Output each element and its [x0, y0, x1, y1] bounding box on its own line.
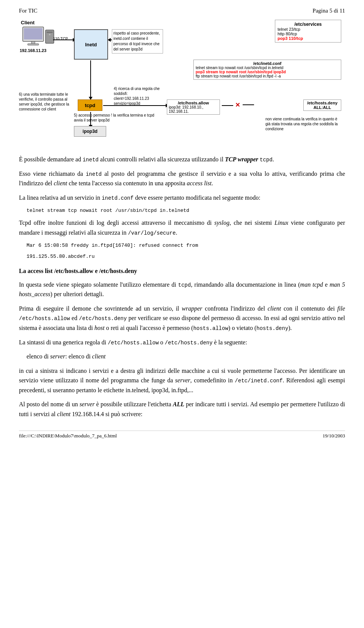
linux-italic: Linux [275, 219, 288, 226]
footer-right: 19/10/2003 [323, 433, 345, 439]
code-block-1: telnet stream tcp nowait root /usr/sbin/… [27, 207, 345, 215]
client-italic-2: client [268, 305, 281, 312]
man-tcpd-italic: man tcpd [300, 281, 323, 288]
code-hostsallow2: hosts.allow [193, 325, 228, 331]
page-header: For TIC Pagina 5 di 11 [19, 8, 345, 14]
code-hostsdeny2: hosts.deny [256, 325, 288, 331]
host-italic: host [94, 325, 105, 331]
rispetto-box: rispetto al caso precedente, inetd.conf … [112, 29, 163, 54]
hosts-allow-title: /etc/hosts.allow [169, 101, 218, 105]
x-mark: ✕ [233, 101, 242, 109]
all-italic: ALL [173, 401, 184, 407]
code-inetd-conf: inetd.conf [102, 195, 133, 201]
paragraph-2: Esso viene richiamato da inetd al posto … [19, 169, 345, 188]
code-block-2: Mar 6 15:08:58 freddy in.ftpd[16740]: re… [27, 242, 345, 250]
svg-rect-1 [24, 28, 42, 39]
paragraph-8: in cui a sinistra si indicano i servizi … [19, 366, 345, 395]
hosts-deny-title: /etc/hosts.deny [305, 101, 339, 105]
hosts-allow-line: ipop3d: 192.168.10., 192.168.11. [169, 105, 218, 114]
inetd-box: Inetd [74, 29, 108, 60]
inetd-conf-line2: pop3 stream tcp nowait root /usr/sbin/tc… [196, 70, 339, 74]
arrow-inetd-tcpd [90, 60, 91, 98]
nonviene-note: non viene continuata la verifica in quan… [265, 117, 341, 131]
code-hosts-deny: /etc/hosts.deny [79, 316, 127, 322]
client-italic-4: client [57, 411, 71, 417]
page-footer: file:///C:\INDIRE\Modulo7\modulo_7_pa_6.… [19, 431, 345, 439]
client-label: Client [21, 20, 35, 25]
code-hosts-allow: /etc/hosts.allow [19, 316, 70, 322]
code-hosts-allow-2: /etc/hosts.allow [108, 340, 158, 346]
inetd-conf-title: /etc/inetd.conf [196, 61, 339, 66]
inetd-conf-line1: telnet stream tcp nowait root /usr/sbin/… [196, 66, 339, 70]
rule-line: elenco di server: elenco di client [27, 352, 345, 361]
arrow-hosts2 [243, 104, 254, 105]
paragraph-7: La sintassi di una generica regola di /e… [19, 338, 345, 347]
main-content: È possibile demandare ad inetd alcuni co… [19, 155, 345, 419]
header-left: For TIC [19, 8, 37, 14]
hosts-deny-box: /etc/hosts.deny ALL:ALL [303, 99, 341, 111]
server-italic: server [50, 353, 65, 360]
services-title: /etc/services [278, 22, 339, 27]
arrow-tcpd-hosts [103, 105, 167, 106]
inetd-conf-box: /etc/inetd.conf telnet stream tcp nowait… [193, 60, 341, 80]
code-tcpd-1: tcpd [260, 157, 273, 163]
paragraph-6: Prima di eseguire il demone che sovrinte… [19, 304, 345, 333]
code-block-3: 191.125.55.80.abcdef.ru [27, 253, 345, 261]
client-ip: 192.168.11.23 [20, 48, 46, 53]
client-italic-1: client [54, 180, 67, 186]
step5-note: 5) accesso permesso ! la verifica termin… [74, 113, 161, 123]
svg-point-6 [49, 34, 50, 35]
hosts-allow-box: /etc/hosts.allow ipop3d: 192.168.10., 19… [167, 99, 220, 115]
code-inetd-2: inetd [86, 171, 102, 177]
code-hosts-deny-2: /etc/hosts.deny [165, 340, 213, 346]
arrowhead2 [108, 38, 111, 42]
syslog-italic: syslog [214, 219, 229, 226]
diagram: Client 192.168.11.23 110 TCP I [19, 18, 345, 147]
wrapper-italic: wrapper [182, 305, 202, 312]
footer-left: file:///C:\INDIRE\Modulo7\modulo_7_pa_6.… [19, 433, 117, 439]
server-italic-3: server [80, 401, 95, 407]
paragraph-5: In questa sede viene spiegato solamente … [19, 280, 345, 299]
tcpd-box: tcpd [78, 99, 102, 111]
header-right: Pagina 5 di 11 [312, 8, 345, 14]
services-line1: telnet 23/tcp [278, 27, 339, 32]
client-italic-3: client [92, 353, 106, 360]
access-list-italic: access list [187, 180, 212, 186]
server-italic-2: server [175, 377, 190, 383]
hosts-deny-line: ALL:ALL [305, 105, 339, 110]
step6-note: 6) una volta terminate tutte le verifich… [19, 92, 76, 112]
tcp-wrapper-italic: TCP wrapper [225, 156, 258, 163]
paragraph-4: Tcpd offre inoltre funzioni di log degli… [19, 218, 345, 237]
paragraph-9: Al posto del nome di un server è possibi… [19, 399, 345, 419]
tcp-label: 110 TCP [53, 37, 68, 41]
services-line2: http 80/tcp [278, 32, 339, 36]
services-box: /etc/services telnet 23/tcp http 80/tcp … [275, 20, 341, 43]
services-line3: pop3 110/tcp [278, 36, 339, 41]
code-varlog: /var/log/secure [128, 230, 176, 236]
code-inetd-1: inetd [83, 157, 99, 163]
paragraph-3: La linea relativa ad un servizio in inet… [19, 193, 345, 203]
svg-rect-3 [28, 44, 39, 45]
code-etcinetd: /etc/inetd.conf [235, 378, 282, 384]
paragraph-1: È possibile demandare ad inetd alcuni co… [19, 155, 345, 164]
section-heading: La access list /etc/hosts.allow e /etc/h… [19, 266, 345, 276]
arrow-hosts [222, 105, 233, 106]
file-italic: file [337, 305, 345, 312]
inetd-conf-line3: ftp stream tcp nowait root /usr/sbin/tcp… [196, 74, 339, 78]
client-icon [21, 26, 55, 47]
ipop3d-box: ipop3d [74, 126, 106, 137]
code-tcpd-2: tcpd [178, 282, 191, 288]
step4-note: 4) ricerca di una regola che soddisfi: c… [114, 86, 163, 106]
diagram-container: Client 192.168.11.23 110 TCP I [19, 18, 345, 147]
svg-rect-5 [47, 32, 53, 33]
